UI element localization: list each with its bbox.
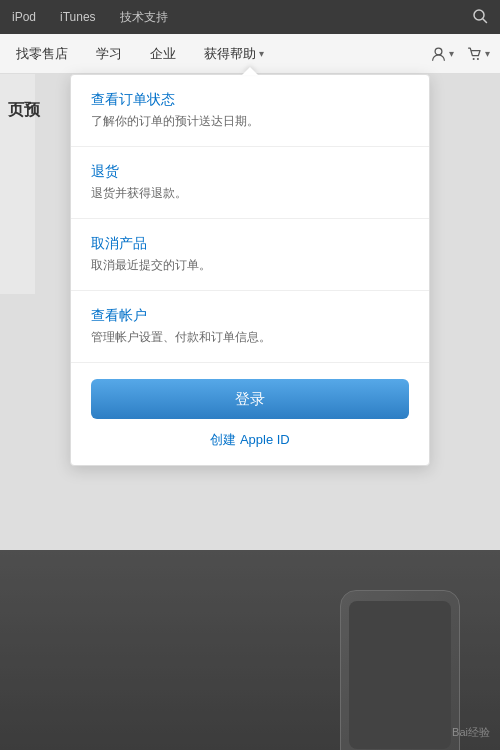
nav-icons: ▾ ▾ <box>430 42 490 66</box>
create-appleid-link[interactable]: 创建 Apple ID <box>210 431 290 449</box>
cancel-product-desc: 取消最近提交的订单。 <box>91 257 409 274</box>
cancel-product-title: 取消产品 <box>91 235 409 253</box>
page-preview-text: 页预 <box>8 100 40 121</box>
help-nav[interactable]: 获得帮助 ▾ <box>198 45 270 63</box>
create-appleid-text: 创建 <box>210 432 240 447</box>
order-status-item[interactable]: 查看订单状态 了解你的订单的预计送达日期。 <box>71 75 429 147</box>
login-button[interactable]: 登录 <box>91 379 409 419</box>
svg-point-2 <box>435 48 442 55</box>
dropdown-arrow <box>242 67 258 75</box>
help-nav-label: 获得帮助 <box>204 45 256 63</box>
svg-line-1 <box>483 19 487 23</box>
top-navigation: iPod iTunes 技术支持 <box>0 0 500 34</box>
learn-nav[interactable]: 学习 <box>90 45 128 63</box>
cart-icon[interactable]: ▾ <box>466 42 490 66</box>
return-desc: 退货并获得退款。 <box>91 185 409 202</box>
appleid-label: Apple ID <box>240 432 290 447</box>
view-account-title: 查看帐户 <box>91 307 409 325</box>
svg-point-3 <box>473 58 475 60</box>
search-icon[interactable] <box>472 8 488 27</box>
dropdown-actions: 登录 创建 Apple ID <box>71 363 429 465</box>
view-account-item[interactable]: 查看帐户 管理帐户设置、付款和订单信息。 <box>71 291 429 363</box>
user-account-icon[interactable]: ▾ <box>430 42 454 66</box>
find-store-nav[interactable]: 找零售店 <box>10 45 74 63</box>
top-nav-itunes[interactable]: iTunes <box>60 10 96 24</box>
help-dropdown-icon: ▾ <box>259 48 264 59</box>
return-title: 退货 <box>91 163 409 181</box>
return-item[interactable]: 退货 退货并获得退款。 <box>71 147 429 219</box>
user-dropdown-arrow: ▾ <box>449 48 454 59</box>
cancel-product-item[interactable]: 取消产品 取消最近提交的订单。 <box>71 219 429 291</box>
top-nav-items: iPod iTunes 技术支持 <box>12 9 168 26</box>
view-account-desc: 管理帐户设置、付款和订单信息。 <box>91 329 409 346</box>
order-status-title: 查看订单状态 <box>91 91 409 109</box>
account-dropdown-panel: 查看订单状态 了解你的订单的预计送达日期。 退货 退货并获得退款。 取消产品 取… <box>70 74 430 466</box>
order-status-desc: 了解你的订单的预计送达日期。 <box>91 113 409 130</box>
svg-point-4 <box>477 58 479 60</box>
top-nav-support[interactable]: 技术支持 <box>120 9 168 26</box>
top-nav-ipod[interactable]: iPod <box>12 10 36 24</box>
cart-dropdown-arrow: ▾ <box>485 48 490 59</box>
enterprise-nav[interactable]: 企业 <box>144 45 182 63</box>
